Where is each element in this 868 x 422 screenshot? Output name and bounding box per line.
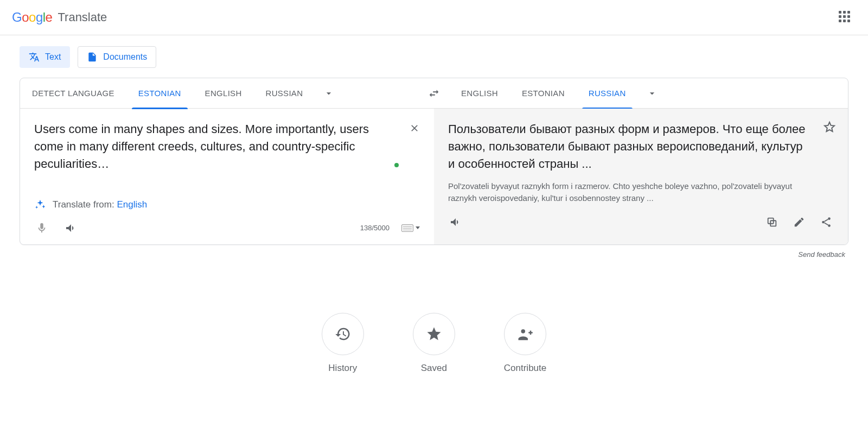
listen-target-button[interactable] (448, 215, 463, 230)
header: Google Translate (0, 0, 868, 35)
keyboard-select[interactable] (401, 224, 420, 232)
translate-icon (29, 52, 40, 62)
swap-languages-button[interactable] (419, 78, 449, 108)
google-logo: Google (12, 10, 52, 25)
document-icon (87, 52, 98, 62)
close-icon (409, 123, 420, 134)
chevron-down-icon (416, 226, 420, 229)
target-lang-half: ENGLISH ESTONIAN RUSSIAN (449, 78, 848, 108)
mode-text-label: Text (45, 52, 61, 62)
transliteration: Pol'zovateli byvayut raznykh form i razm… (448, 180, 834, 205)
people-icon (517, 326, 533, 342)
mic-button[interactable] (34, 221, 49, 236)
panes: Users come in many shapes and sizes. Mor… (20, 109, 848, 244)
translate-from-row: Translate from: English (34, 199, 420, 211)
apps-grid-icon[interactable] (834, 7, 856, 28)
svg-point-2 (828, 217, 831, 220)
history-label: History (328, 363, 357, 374)
product-name: Translate (58, 10, 107, 24)
source-lang-russian[interactable]: RUSSIAN (254, 78, 315, 109)
listen-source-button[interactable] (63, 221, 79, 236)
logo[interactable]: Google Translate (12, 10, 107, 25)
swap-icon (428, 87, 440, 99)
mode-documents-label: Documents (103, 52, 147, 62)
target-pane: Пользователи бывают разных форм и размер… (434, 109, 848, 244)
share-icon (820, 216, 832, 228)
keyboard-icon (401, 224, 413, 232)
source-footer: 138/5000 (34, 221, 420, 236)
char-count: 138/5000 (360, 224, 390, 232)
translate-from-text: Translate from: English (53, 199, 147, 210)
source-lang-half: DETECT LANGUAGE ESTONIAN ENGLISH RUSSIAN (20, 78, 419, 108)
source-lang-more[interactable] (315, 88, 343, 99)
chevron-down-icon (323, 88, 334, 99)
language-bar: DETECT LANGUAGE ESTONIAN ENGLISH RUSSIAN… (20, 78, 848, 109)
copy-icon (766, 216, 778, 228)
copy-button[interactable] (764, 215, 780, 230)
mode-row: Text Documents (20, 46, 848, 68)
clear-source-button[interactable] (407, 121, 422, 136)
contribute-button[interactable]: Contribute (504, 313, 546, 374)
share-button[interactable] (819, 215, 834, 230)
history-icon (335, 326, 351, 342)
target-lang-more[interactable] (638, 88, 666, 99)
history-button[interactable]: History (322, 313, 364, 374)
translate-from-link[interactable]: English (117, 199, 147, 210)
contribute-label: Contribute (504, 363, 546, 374)
saved-button[interactable]: Saved (413, 313, 455, 374)
bottom-actions: History Saved Contribute (20, 313, 848, 374)
volume-icon (65, 222, 78, 235)
edit-button[interactable] (792, 215, 807, 230)
source-lang-english[interactable]: ENGLISH (193, 78, 254, 109)
source-text-input[interactable]: Users come in many shapes and sizes. Mor… (34, 121, 420, 173)
save-translation-button[interactable] (823, 121, 836, 134)
grammar-dot-icon (394, 163, 399, 167)
source-pane: Users come in many shapes and sizes. Mor… (20, 109, 434, 244)
target-text: Пользователи бывают разных форм и размер… (448, 121, 834, 173)
translate-card: DETECT LANGUAGE ESTONIAN ENGLISH RUSSIAN… (20, 78, 848, 245)
pencil-icon (793, 216, 805, 228)
svg-point-3 (822, 221, 825, 223)
send-feedback-link[interactable]: Send feedback (20, 245, 848, 259)
saved-label: Saved (421, 363, 447, 374)
source-lang-detect[interactable]: DETECT LANGUAGE (20, 78, 126, 109)
svg-point-5 (521, 329, 526, 333)
target-lang-estonian[interactable]: ESTONIAN (510, 78, 577, 109)
star-outline-icon (823, 121, 836, 134)
star-icon (426, 326, 442, 342)
svg-point-4 (828, 224, 831, 227)
mic-icon (36, 222, 48, 234)
source-lang-estonian[interactable]: ESTONIAN (126, 78, 193, 109)
target-lang-russian[interactable]: RUSSIAN (577, 78, 638, 109)
target-footer (448, 215, 834, 230)
sparkle-icon (34, 199, 46, 211)
target-lang-english[interactable]: ENGLISH (449, 78, 510, 109)
mode-text-button[interactable]: Text (20, 46, 70, 68)
volume-icon (449, 216, 462, 229)
mode-documents-button[interactable]: Documents (78, 46, 156, 68)
chevron-down-icon (647, 88, 658, 99)
